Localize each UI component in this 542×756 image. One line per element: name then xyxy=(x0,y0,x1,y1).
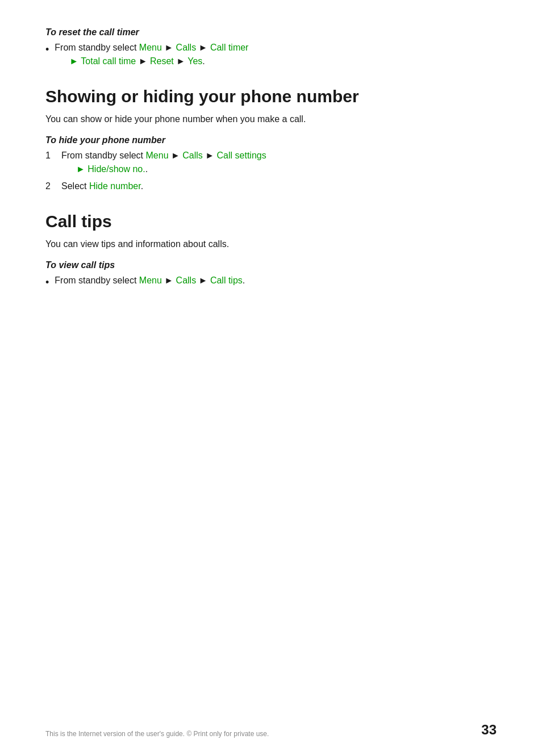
call-tips-section: Call tips You can view tips and informat… xyxy=(45,211,497,290)
reset-reset-link: Reset xyxy=(150,56,174,66)
showing-hiding-section: Showing or hiding your phone number You … xyxy=(45,86,497,193)
reset-sub-arrow2: ► xyxy=(136,56,150,66)
reset-timer-section: To reset the call timer • From standby s… xyxy=(45,27,497,68)
tips-prefix: From standby select xyxy=(55,275,139,285)
reset-calls-link: Calls xyxy=(176,43,197,52)
reset-timer-prefix: From standby select xyxy=(55,43,139,52)
reset-arrow1: ► xyxy=(162,43,176,52)
reset-timer-heading: To reset the call timer xyxy=(45,27,497,37)
reset-timer-text: From standby select Menu ► Calls ► Call … xyxy=(55,41,248,68)
tips-arrow1: ► xyxy=(162,275,176,285)
step2-period: . xyxy=(141,181,143,191)
step1-sub-period: . xyxy=(145,164,148,174)
view-call-tips-subsection: To view call tips • From standby select … xyxy=(45,260,497,290)
showing-hiding-heading: Showing or hiding your phone number xyxy=(45,86,497,107)
page-number: 33 xyxy=(481,722,497,738)
hide-number-step1: 1 From standby select Menu ► Calls ► Cal… xyxy=(45,149,497,176)
reset-totalcalltime-link: Total call time xyxy=(81,56,136,66)
step1-arrow1: ► xyxy=(169,151,183,160)
reset-arrow2: ► xyxy=(196,43,210,52)
reset-menu-link: Menu xyxy=(139,43,162,52)
tips-calltips-link: Call tips xyxy=(210,275,243,285)
bullet-icon: • xyxy=(45,42,49,57)
step2-hidenumber-link: Hide number xyxy=(89,181,141,191)
showing-hiding-description: You can show or hide your phone number w… xyxy=(45,112,497,126)
hide-number-heading: To hide your phone number xyxy=(45,135,497,145)
tips-calls-link: Calls xyxy=(176,275,197,285)
reset-timer-bullet: • From standby select Menu ► Calls ► Cal… xyxy=(45,41,497,68)
step1-arrow2: ► xyxy=(203,151,217,160)
step1-sub: ► Hide/show no.. xyxy=(76,162,266,176)
hide-number-step2: 2 Select Hide number. xyxy=(45,179,497,193)
view-call-tips-heading: To view call tips xyxy=(45,260,497,270)
reset-sub-arrow3: ► xyxy=(174,56,187,66)
step2-number: 2 xyxy=(45,179,55,193)
step1-prefix: From standby select xyxy=(61,151,146,160)
reset-period: . xyxy=(202,56,205,66)
reset-sub-arrow1: ► xyxy=(69,56,81,66)
step1-hideshow-link: Hide/show no. xyxy=(87,164,145,174)
reset-yes-link: Yes xyxy=(187,56,202,66)
view-call-tips-text: From standby select Menu ► Calls ► Call … xyxy=(55,274,245,287)
step2-text: Select Hide number. xyxy=(61,179,143,193)
step1-menu-link: Menu xyxy=(146,151,169,160)
hide-number-subsection: To hide your phone number 1 From standby… xyxy=(45,135,497,193)
step1-callsettings-link: Call settings xyxy=(217,151,266,160)
tips-arrow2: ► xyxy=(196,275,210,285)
bullet-icon-2: • xyxy=(45,275,49,290)
view-call-tips-bullet: • From standby select Menu ► Calls ► Cal… xyxy=(45,274,497,290)
step1-number: 1 xyxy=(45,149,55,162)
page: To reset the call timer • From standby s… xyxy=(0,0,542,756)
call-tips-description: You can view tips and information about … xyxy=(45,237,497,251)
step1-text: From standby select Menu ► Calls ► Call … xyxy=(61,149,266,176)
reset-calltimer-link: Call timer xyxy=(210,43,249,52)
tips-menu-link: Menu xyxy=(139,275,162,285)
step2-prefix: Select xyxy=(61,181,89,191)
reset-timer-sub: ► Total call time ► Reset ► Yes. xyxy=(69,55,248,68)
step1-calls-link: Calls xyxy=(182,151,203,160)
footer: This is the Internet version of the user… xyxy=(0,722,542,738)
tips-period: . xyxy=(243,275,245,285)
step1-sub-arrow: ► xyxy=(76,164,87,174)
call-tips-heading: Call tips xyxy=(45,211,497,232)
footer-text: This is the Internet version of the user… xyxy=(45,730,269,738)
